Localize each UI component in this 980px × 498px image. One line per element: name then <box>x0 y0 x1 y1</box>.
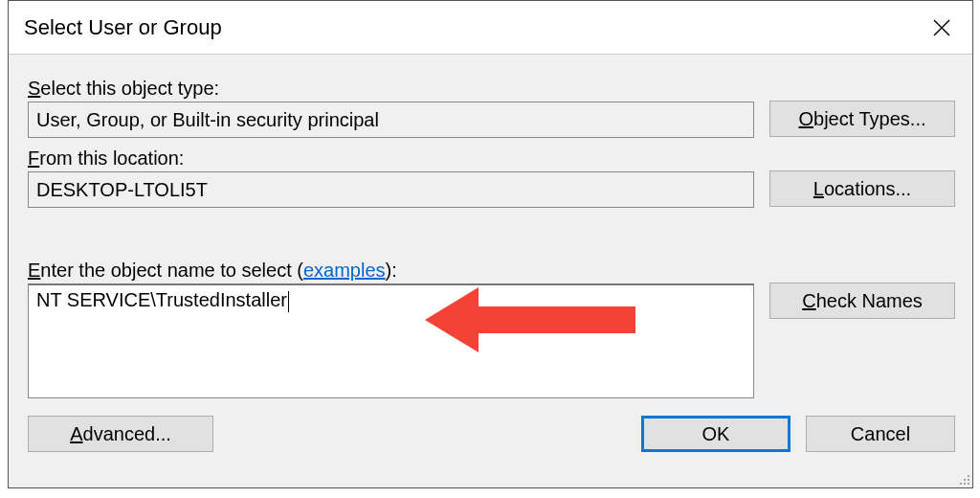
ok-button[interactable]: OK <box>641 416 791 452</box>
dialog-buttons: Advanced... OK Cancel <box>28 416 955 452</box>
object-name-label: Enter the object name to select (example… <box>28 260 754 282</box>
locations-button[interactable]: Locations... <box>769 170 955 207</box>
object-type-field: User, Group, or Built-in security princi… <box>28 102 754 138</box>
dialog-title: Select User or Group <box>24 15 222 40</box>
location-label: From this location: <box>28 147 754 170</box>
resize-grip[interactable] <box>955 470 970 486</box>
dialog-body: Select this object type: User, Group, or… <box>9 55 972 487</box>
advanced-button[interactable]: Advanced... <box>28 416 213 452</box>
object-name-input[interactable]: NT SERVICE\TrustedInstaller <box>28 283 754 398</box>
select-user-group-dialog: Select User or Group Select this object … <box>8 0 973 488</box>
object-type-section: Select this object type: User, Group, or… <box>28 78 955 138</box>
location-field: DESKTOP-LTOLI5T <box>28 171 754 208</box>
svg-point-2 <box>968 475 969 477</box>
location-section: From this location: DESKTOP-LTOLI5T Loca… <box>28 147 955 208</box>
check-names-button[interactable]: Check Names <box>769 283 955 319</box>
cancel-button[interactable]: Cancel <box>806 416 955 452</box>
svg-point-5 <box>964 479 966 481</box>
svg-point-3 <box>968 479 969 481</box>
object-type-label: Select this object type: <box>28 78 754 100</box>
text-caret <box>288 291 289 312</box>
svg-point-4 <box>968 483 969 485</box>
svg-point-7 <box>960 483 962 485</box>
examples-link[interactable]: examples <box>303 260 386 281</box>
close-icon <box>932 18 951 37</box>
close-button[interactable] <box>924 11 959 45</box>
object-name-section: Enter the object name to select (example… <box>28 260 955 398</box>
svg-point-6 <box>964 483 966 485</box>
titlebar: Select User or Group <box>9 1 972 55</box>
object-types-button[interactable]: Object Types... <box>769 101 955 137</box>
